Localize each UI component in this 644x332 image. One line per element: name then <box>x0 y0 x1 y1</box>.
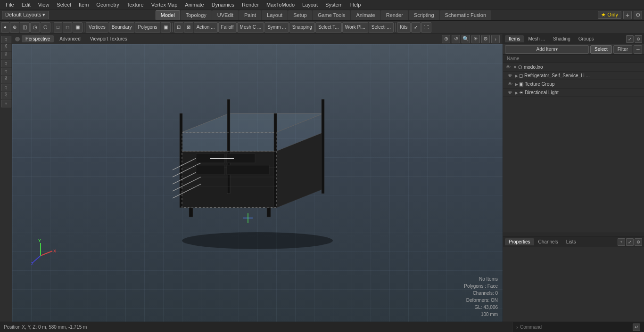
left-tool-5[interactable]: Po… <box>1 76 11 83</box>
vp-ctrl-2[interactable]: 🔍 <box>462 35 470 43</box>
tool-action[interactable]: Action ... <box>194 22 218 32</box>
add-item-button[interactable]: Add Item ▾ <box>505 45 589 54</box>
menu-item-file[interactable]: File <box>2 1 18 8</box>
layout-tab-schematic-fusion[interactable]: Schematic Fusion <box>440 10 491 20</box>
layout-tab-animate[interactable]: Animate <box>351 10 380 20</box>
tool-mesh-c[interactable]: Mesh C ... <box>237 22 264 32</box>
menu-item-item[interactable]: Item <box>75 1 92 8</box>
menu-item-geometry[interactable]: Geometry <box>92 1 123 8</box>
panel-settings-btn[interactable]: ⚙ <box>635 35 642 43</box>
tab-properties[interactable]: Properties <box>505 238 534 245</box>
list-item-refrigerator[interactable]: 👁 ▶ ◻ Refrigerator_Self_Service_Li ... <box>503 72 644 80</box>
layout-tab-uvedit[interactable]: UVEdit <box>212 10 239 20</box>
left-tool-6[interactable]: C: <box>1 84 11 91</box>
vp-ctrl-0[interactable]: ⊕ <box>442 35 450 43</box>
layout-tab-render[interactable]: Render <box>381 10 408 20</box>
menu-item-system[interactable]: System <box>322 1 347 8</box>
tool-falloff[interactable]: Falloff <box>218 22 237 32</box>
left-tool-2[interactable]: Du… <box>1 52 11 59</box>
vp-ctrl-3[interactable]: ☀ <box>471 35 480 43</box>
tool-polygons[interactable]: Polygons <box>135 22 160 32</box>
left-tool-1[interactable]: Me… <box>1 44 11 51</box>
tool-dot[interactable]: ● <box>1 22 9 32</box>
tool-sq3[interactable]: ▣ <box>73 22 83 32</box>
tool-circle[interactable]: ◷ <box>30 22 40 32</box>
items-minus-button[interactable]: − <box>634 45 642 54</box>
tool-hex[interactable]: ⬡ <box>41 22 50 32</box>
menu-item-maxtomodo[interactable]: MaxToModo <box>263 1 298 8</box>
menu-item-select[interactable]: Select <box>53 1 75 8</box>
tool-vertices[interactable]: Vertices <box>86 22 108 32</box>
left-tool-8[interactable]: F <box>1 100 11 107</box>
tool-rect[interactable]: ◫ <box>20 22 30 32</box>
menu-item-help[interactable]: Help <box>347 1 365 8</box>
tool-kits[interactable]: Kits <box>397 22 411 32</box>
tool-selecti[interactable]: Selecti ... <box>369 22 394 32</box>
layout-gear-btn[interactable]: ⚙ <box>634 11 642 19</box>
tab-mesh[interactable]: Mesh ... <box>524 35 549 42</box>
menu-item-view[interactable]: View <box>34 1 53 8</box>
menu-item-edit[interactable]: Edit <box>18 1 34 8</box>
list-item-texture-group[interactable]: 👁 ▶ ▣ Texture Group <box>503 80 644 89</box>
eye-vis-root[interactable]: 👁 <box>505 64 512 71</box>
items-list[interactable]: 👁 ▼ ⬡ modo.lxo 👁 ▶ ◻ Refrigerator_Self_S… <box>503 63 644 233</box>
layout-tab-layout[interactable]: Layout <box>262 10 288 20</box>
tab-channels[interactable]: Channels <box>535 238 562 245</box>
tool-work-pl[interactable]: Work Pl... <box>342 22 368 32</box>
menu-item-render[interactable]: Render <box>238 1 263 8</box>
tool-boundary[interactable]: Boundary <box>109 22 135 32</box>
tool-select-t[interactable]: Select T... <box>315 22 342 32</box>
items-select-button[interactable]: Select <box>590 45 612 54</box>
layout-tab-topology[interactable]: Topology <box>181 10 212 20</box>
menu-item-animate[interactable]: Animate <box>181 1 207 8</box>
left-tool-3[interactable]: D: <box>1 60 11 67</box>
tool-mesh-type[interactable]: ▣ <box>161 22 171 32</box>
left-tool-7[interactable]: UV… <box>1 92 11 99</box>
menu-item-vertex-map[interactable]: Vertex Map <box>148 1 182 8</box>
tab-shading[interactable]: Shading <box>549 35 574 42</box>
eye-vis-light[interactable]: 👁 <box>507 89 513 96</box>
tool-sq2[interactable]: ◻ <box>63 22 72 32</box>
tab-groups[interactable]: Groups <box>575 35 598 42</box>
list-item-root[interactable]: 👁 ▼ ⬡ modo.lxo <box>503 63 644 72</box>
tool-snapping[interactable]: Snapping <box>289 22 315 32</box>
eye-vis-texture[interactable]: 👁 <box>507 81 513 88</box>
star-only-btn[interactable]: ★ Only <box>598 11 621 19</box>
layout-tab-game-tools[interactable]: Game Tools <box>313 10 351 20</box>
command-go-button[interactable]: ↵ <box>633 324 640 331</box>
layout-tab-paint[interactable]: Paint <box>239 10 261 20</box>
items-filter-button[interactable]: Filter <box>613 45 632 54</box>
tool-sq1[interactable]: □ <box>54 22 62 32</box>
left-tool-0[interactable]: D: <box>1 36 11 43</box>
menu-item-texture[interactable]: Texture <box>123 1 148 8</box>
layout-tab-model[interactable]: Model <box>156 10 180 20</box>
tool-expand[interactable]: ⤢ <box>411 22 421 32</box>
viewport-canvas[interactable]: X Y Z No Items Polygons : Face Channels:… <box>12 44 503 322</box>
tool-sq4[interactable]: ⊡ <box>174 22 183 32</box>
left-tool-4[interactable]: E: <box>1 68 11 75</box>
layout-dropdown[interactable]: Default Layouts ▾ <box>2 11 49 19</box>
layout-plus-btn[interactable]: + <box>623 11 632 19</box>
vp-tab-advanced[interactable]: Advanced <box>56 35 84 42</box>
vp-tab-perspective[interactable]: Perspective <box>22 35 54 42</box>
tab-items[interactable]: Items <box>505 35 524 42</box>
tool-grid[interactable]: ⛶ <box>421 22 431 32</box>
layout-tab-scripting[interactable]: Scripting <box>409 10 439 20</box>
vp-ctrl-5[interactable]: › <box>491 35 500 43</box>
list-item-directional-light[interactable]: 👁 ▶ ☀ Directional Light <box>503 89 644 97</box>
tool-sq5[interactable]: ⊠ <box>184 22 193 32</box>
props-gear-btn[interactable]: ⚙ <box>635 238 642 246</box>
menu-item-dynamics[interactable]: Dynamics <box>208 1 238 8</box>
vp-ctrl-1[interactable]: ↺ <box>452 35 460 43</box>
menu-item-layout[interactable]: Layout <box>298 1 322 8</box>
layout-tab-setup[interactable]: Setup <box>288 10 312 20</box>
panel-expand-btn[interactable]: ⤢ <box>626 35 634 43</box>
tool-cross[interactable]: ⊕ <box>10 22 19 32</box>
vp-ctrl-4[interactable]: ⚙ <box>481 35 490 43</box>
props-expand-btn[interactable]: ⤢ <box>626 238 634 246</box>
vp-tab-viewport-textures[interactable]: Viewport Textures <box>86 35 131 42</box>
eye-vis-refrigerator[interactable]: 👁 <box>507 73 513 79</box>
tab-lists[interactable]: Lists <box>562 238 580 245</box>
props-plus-btn[interactable]: + <box>618 238 625 246</box>
tool-symm[interactable]: Symm ... <box>264 22 289 32</box>
